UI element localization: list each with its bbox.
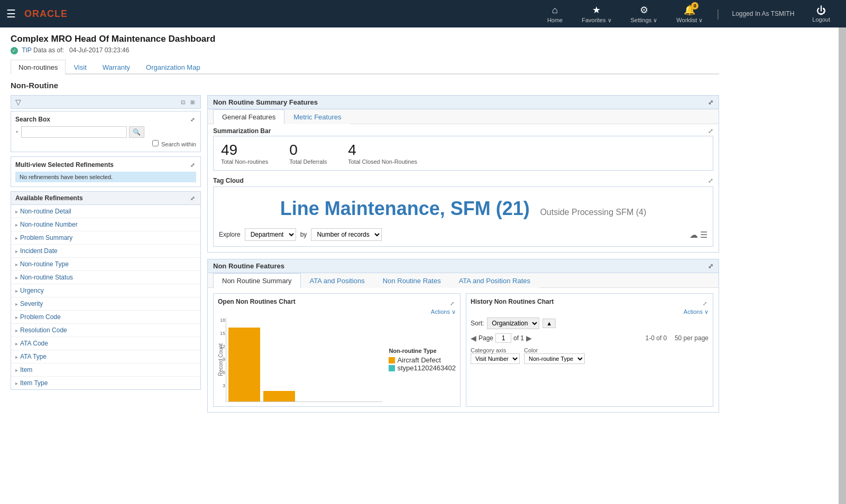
refinement-urgency[interactable]: ▸ Urgency: [11, 284, 200, 297]
search-input[interactable]: [21, 126, 127, 138]
color-select[interactable]: Non-routine Type: [524, 353, 585, 364]
refinement-non-routine-status[interactable]: ▸ Non-routine Status: [11, 271, 200, 284]
logged-in-user: Logged In As TSMITH: [724, 10, 803, 17]
tab-ata-position-rates[interactable]: ATA and Position Rates: [450, 273, 539, 288]
refinement-non-routine-number[interactable]: ▸ Non-routine Number: [11, 218, 200, 231]
nav-worklist[interactable]: 🔔 0 Worklist ∨: [667, 4, 712, 24]
category-axis-wrap: Category axis Visit Number: [471, 347, 520, 364]
refinement-ata-type[interactable]: ▸ ATA Type: [11, 350, 200, 363]
avail-expand-btn[interactable]: ⤢: [189, 195, 196, 202]
arrow-icon: ▸: [15, 262, 18, 267]
tab-general-features[interactable]: General Features: [213, 109, 284, 124]
tab-metric-features[interactable]: Metric Features: [284, 109, 350, 124]
refinement-ata-code[interactable]: ▸ ATA Code: [11, 337, 200, 350]
tab-visit[interactable]: Visit: [66, 60, 94, 74]
worklist-badge-wrap: 🔔 0: [684, 4, 695, 16]
refinement-severity[interactable]: ▸ Severity: [11, 297, 200, 311]
refinement-non-routine-detail[interactable]: ▸ Non-routine Detail: [11, 205, 200, 218]
page-count: 1-0 of 0: [646, 334, 667, 342]
y-3: 3: [212, 383, 225, 388]
home-label: Home: [547, 17, 563, 23]
filter-icon[interactable]: ▽: [15, 98, 21, 106]
page-label: Page: [479, 334, 493, 342]
panel-btn[interactable]: ⊞: [189, 99, 196, 106]
history-chart-actions[interactable]: Actions ∨: [471, 309, 709, 315]
data-as-of-label: Data as of:: [33, 46, 64, 54]
tag-explore-bar: Explore Department by Number of records …: [219, 228, 707, 241]
page-content: Complex MRO Head Of Maintenance Dashboar…: [0, 27, 730, 419]
bar-chart: 18 15 12 9 6 3: [226, 318, 382, 402]
refinement-item-type[interactable]: ▸ Item Type: [11, 377, 200, 389]
explore-dept-select[interactable]: Department: [245, 228, 296, 241]
explore-by-select[interactable]: Number of records: [311, 228, 382, 241]
scrollbar[interactable]: [839, 27, 846, 419]
stat-label-0: Total Non-routines: [221, 158, 268, 165]
tab-nr-rates[interactable]: Non Routine Rates: [374, 273, 450, 288]
refinement-problem-code[interactable]: ▸ Problem Code: [11, 311, 200, 324]
nav-home[interactable]: ⌂ Home: [538, 5, 572, 23]
settings-icon: ⚙: [640, 4, 648, 16]
list-view-icon[interactable]: ☰: [700, 230, 707, 240]
main-tag[interactable]: Line Maintenance, SFM (21): [280, 198, 530, 219]
sort-select[interactable]: Organization: [487, 318, 539, 329]
arrow-icon: ▸: [15, 367, 18, 373]
left-panel: ▽ ⊡ ⊞ Search Box ⤢ ‣ 🔍: [11, 95, 201, 413]
available-refinements: Available Refinements ⤢ ▸ Non-routine De…: [11, 191, 201, 390]
summ-bar-row: Summarization Bar ⤢: [213, 124, 713, 136]
history-controls: Sort: Organization ▲: [471, 318, 709, 329]
history-chart-expand-btn[interactable]: ⤢: [701, 300, 709, 307]
tab-organization-map[interactable]: Organization Map: [138, 60, 208, 74]
refinement-non-routine-type[interactable]: ▸ Non-routine Type: [11, 258, 200, 271]
page-next-btn[interactable]: ▶: [526, 334, 532, 342]
tab-non-routines[interactable]: Non-routines: [11, 60, 66, 74]
nav-logout[interactable]: ⏻ Logout: [803, 5, 840, 23]
search-within-checkbox[interactable]: [152, 140, 159, 146]
cloud-view-icon[interactable]: ☁: [689, 230, 698, 240]
open-chart-expand-btn[interactable]: ⤢: [448, 300, 456, 307]
tip-link[interactable]: TIP: [22, 46, 31, 54]
refinement-item[interactable]: ▸ Item: [11, 363, 200, 377]
open-chart-area: 18 15 12 9 6 3: [226, 318, 382, 402]
expand-icons: ⊡ ⊞: [179, 99, 196, 106]
search-button[interactable]: 🔍: [129, 126, 144, 138]
tab-nr-summary[interactable]: Non Routine Summary: [213, 273, 301, 288]
summary-features-header: Non Routine Summary Features ⤢: [208, 96, 719, 109]
page-prev-btn[interactable]: ◀: [471, 334, 476, 342]
nav-divider: |: [716, 8, 719, 20]
section-title: Non-Routine: [11, 81, 719, 90]
hamburger-icon[interactable]: ☰: [6, 7, 16, 20]
nav-items: ⌂ Home ★ Favorites ∨ ⚙ Settings ∨ 🔔 0 Wo…: [538, 4, 840, 24]
nav-favorites[interactable]: ★ Favorites ∨: [572, 4, 621, 24]
refinement-problem-summary[interactable]: ▸ Problem Summary: [11, 231, 200, 245]
summ-bar-expand-btn[interactable]: ⤢: [708, 127, 713, 135]
sort-asc-btn[interactable]: ▲: [542, 319, 556, 328]
tab-ata-positions[interactable]: ATA and Positions: [301, 273, 374, 288]
summarization-bar-wrap: Summarization Bar ⤢ 49 Total Non-routine…: [208, 124, 719, 171]
arrow-icon: ▸: [15, 209, 18, 214]
y-6: 6: [212, 370, 225, 375]
stat-number-49: 49: [221, 142, 268, 158]
refinement-resolution-code[interactable]: ▸ Resolution Code: [11, 324, 200, 337]
summary-expand-btn[interactable]: ⤢: [708, 99, 713, 106]
open-chart-actions[interactable]: Actions ∨: [218, 309, 456, 315]
filter-header: ▽ ⊡ ⊞: [11, 95, 201, 109]
collapse-btn[interactable]: ⊡: [179, 99, 187, 106]
tag-cloud-expand-btn[interactable]: ⤢: [708, 177, 713, 184]
legend-stype: stype11202463402: [389, 364, 456, 372]
multi-view-title: Multi-view Selected Refinements: [15, 161, 114, 169]
legend-aircraft-defect: Aircraft Defect: [389, 356, 456, 364]
category-axis-select[interactable]: Visit Number: [471, 353, 520, 364]
summarization-bar-title: Summarization Bar: [213, 127, 271, 135]
page-input[interactable]: [495, 333, 511, 343]
tag-cloud-header: Tag Cloud ⤢: [213, 176, 713, 186]
nav-settings[interactable]: ⚙ Settings ∨: [621, 4, 667, 24]
charts-row: Open Non Routines Chart ⤢ Actions ∨ Reco…: [208, 288, 719, 412]
nr-features-expand-btn[interactable]: ⤢: [708, 263, 713, 270]
refinement-incident-date[interactable]: ▸ Incident Date: [11, 245, 200, 258]
page-title: Complex MRO Head Of Maintenance Dashboar…: [11, 34, 719, 44]
search-expand-btn[interactable]: ⤢: [189, 116, 196, 123]
multi-view-expand-btn[interactable]: ⤢: [189, 162, 196, 169]
secondary-tag[interactable]: Outside Processing SFM (4): [540, 208, 646, 217]
tab-warranty[interactable]: Warranty: [95, 60, 138, 74]
color-axis-wrap: Color Non-routine Type: [524, 347, 585, 364]
